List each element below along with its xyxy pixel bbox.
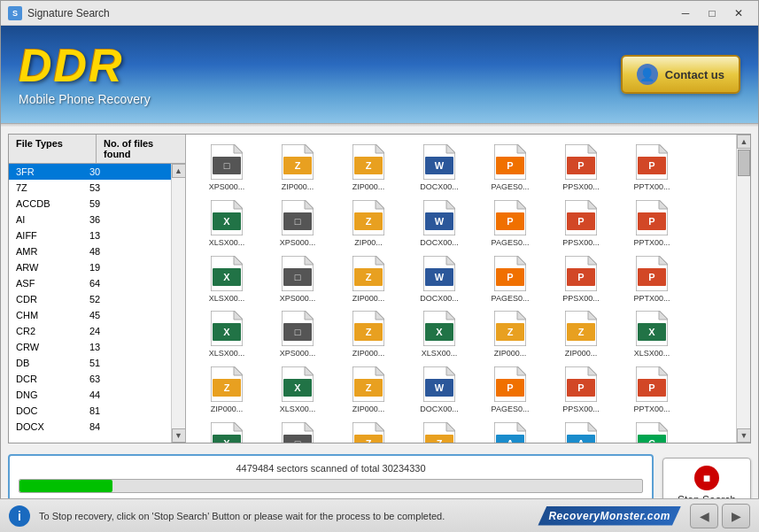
file-svg-icon: Z (211, 366, 243, 402)
file-icon-item[interactable]: □ XPS000... (191, 140, 262, 196)
svg-marker-145 (305, 422, 314, 431)
svg-text:W: W (435, 272, 445, 282)
file-svg-icon: P (565, 366, 597, 402)
file-icon-item[interactable]: □ XPS000... (262, 418, 333, 443)
minimize-button[interactable]: ─ (673, 4, 698, 22)
file-type-row[interactable]: DB51 (9, 355, 171, 371)
right-scrollbar: ▲ ▼ (736, 135, 750, 443)
file-icon-item[interactable]: Z ZIP000... (333, 362, 404, 418)
file-icon-item[interactable]: Z ZIP00... (333, 196, 404, 251)
scroll-up-arrow[interactable]: ▲ (172, 164, 186, 178)
file-svg-icon: Z (423, 422, 455, 443)
file-icon-item[interactable]: P PPSX00... (546, 362, 616, 418)
file-icon-item[interactable]: P PPTX00... (616, 251, 687, 307)
file-icon-item[interactable]: □ XPS000... (262, 196, 333, 251)
file-icon-item[interactable]: C CDR000... (616, 418, 687, 443)
file-type-row[interactable]: CRW13 (9, 339, 171, 355)
file-icon-item[interactable]: X XLSX00... (404, 306, 475, 362)
svg-text:X: X (436, 327, 443, 337)
file-type-row[interactable]: DNG44 (9, 387, 171, 403)
file-svg-icon: □ (282, 422, 314, 443)
file-icon-item[interactable]: Z ZIP000... (475, 306, 546, 362)
svg-marker-121 (376, 366, 384, 375)
file-type-row[interactable]: CR224 (9, 323, 171, 339)
file-icon-item[interactable]: A ASF000... (475, 418, 546, 443)
file-icon-item[interactable]: X XLSX00... (616, 306, 687, 362)
file-icon-item[interactable]: Z ZIP000... (191, 362, 262, 418)
file-icon-item[interactable]: W DOCX00... (404, 196, 475, 251)
file-type-row[interactable]: AI36 (9, 212, 171, 227)
file-type-row[interactable]: CDR52 (9, 291, 171, 307)
file-type-row[interactable]: DOCX84 (9, 419, 171, 435)
svg-text:A: A (507, 438, 514, 443)
file-svg-icon: □ (282, 311, 314, 346)
file-icon-item[interactable]: W DOCX00... (404, 362, 475, 418)
scroll-down-arrow[interactable]: ▼ (172, 428, 186, 443)
file-icon-item[interactable]: P PAGES0... (475, 140, 546, 196)
file-icon-item[interactable]: W DOCX00... (404, 251, 475, 307)
file-icon-item[interactable]: □ XPS000... (262, 251, 333, 307)
file-type-row[interactable]: DCR63 (9, 371, 171, 387)
svg-marker-101 (517, 311, 526, 320)
file-icon-item[interactable]: Z ZIP000... (333, 251, 404, 307)
file-icon-item[interactable]: P PAGES0... (475, 362, 546, 418)
file-icon-item[interactable]: P PPSX00... (546, 251, 616, 307)
svg-text:X: X (223, 327, 230, 337)
file-icon-item[interactable]: Z ZIP000... (404, 418, 475, 443)
file-icon-item[interactable]: A ASF000... (546, 418, 616, 443)
maximize-button[interactable]: □ (700, 4, 724, 22)
file-icon-item[interactable]: Z ZIP000... (333, 418, 404, 443)
prev-button[interactable]: ◀ (690, 504, 718, 528)
file-icon-item[interactable]: □ XPS000... (262, 306, 333, 362)
file-svg-icon: Z (352, 311, 384, 346)
file-type-row[interactable]: 3FR30 (9, 164, 171, 180)
file-icon-item[interactable]: Z ZIP000... (262, 140, 333, 196)
close-button[interactable]: ✕ (726, 4, 751, 22)
window-title: Signature Search (27, 7, 110, 19)
contact-button[interactable]: 👤 Contact us (621, 55, 740, 94)
svg-marker-65 (376, 256, 384, 265)
file-type-row[interactable]: 7Z53 (9, 180, 171, 196)
brand-label: RecoveryMonster.com (538, 506, 681, 526)
file-icon-item[interactable]: P PPTX00... (616, 140, 687, 196)
file-svg-icon: □ (282, 200, 314, 235)
svg-marker-153 (446, 422, 455, 431)
file-icon-item[interactable]: Z ZIP000... (333, 140, 404, 196)
file-icon-item[interactable]: P PPTX00... (616, 362, 687, 418)
file-svg-icon: Z (352, 366, 384, 402)
file-type-row[interactable]: ASF64 (9, 275, 171, 291)
file-icon-item[interactable]: Z ZIP000... (333, 306, 404, 362)
svg-text:Z: Z (224, 382, 230, 393)
file-type-row[interactable]: AMR48 (9, 243, 171, 259)
content-area: File Types No. of files found 3FR307Z53A… (8, 134, 751, 443)
title-bar-left: S Signature Search (8, 6, 110, 20)
files-scroll-thumb[interactable] (738, 150, 750, 176)
svg-text:Z: Z (437, 438, 443, 443)
file-icon-item[interactable]: X XLSX00... (191, 418, 262, 443)
file-icon-item[interactable]: Z ZIP000... (546, 306, 616, 362)
file-icon-item[interactable]: P PPSX00... (546, 196, 616, 251)
logo-ddr: DDR (19, 42, 124, 89)
file-type-row[interactable]: DOC81 (9, 403, 171, 419)
file-icon-item[interactable]: P PAGES0... (475, 251, 546, 307)
file-icon-item[interactable]: X XLSX00... (191, 251, 262, 307)
file-type-row[interactable]: ARW19 (9, 259, 171, 275)
files-scroll-up[interactable]: ▲ (737, 135, 750, 149)
files-scroll-down[interactable]: ▼ (737, 428, 750, 443)
file-icon-item[interactable]: P PPTX00... (616, 196, 687, 251)
file-type-row[interactable]: ACCDB59 (9, 196, 171, 212)
file-icon-item[interactable]: X XLSX00... (191, 306, 262, 362)
svg-text:P: P (577, 160, 584, 171)
file-icon-item[interactable]: W DOCX00... (404, 140, 475, 196)
svg-marker-1 (234, 144, 243, 153)
logo-subtitle: Mobile Phone Recovery (19, 92, 151, 106)
file-icon-item[interactable]: P PPSX00... (546, 140, 616, 196)
file-icon-item[interactable]: X XLSX00... (262, 362, 333, 418)
svg-text:P: P (577, 272, 584, 282)
file-type-row[interactable]: AIFF13 (9, 227, 171, 243)
file-icon-item[interactable]: X XLSX00... (191, 196, 262, 251)
file-icon-item[interactable]: P PAGES0... (475, 196, 546, 251)
next-button[interactable]: ▶ (722, 504, 750, 528)
file-type-row[interactable]: CHM45 (9, 307, 171, 323)
svg-marker-93 (376, 311, 384, 320)
